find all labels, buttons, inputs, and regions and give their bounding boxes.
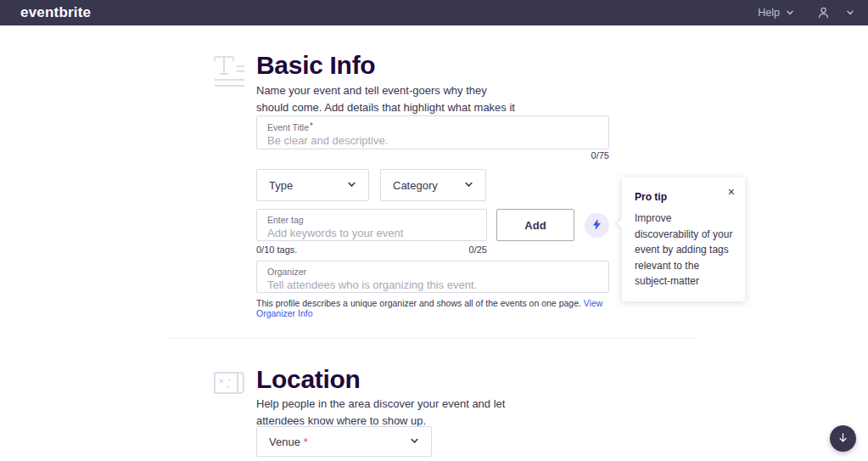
type-select-label: Type bbox=[269, 179, 293, 192]
tag-input-field[interactable]: Enter tag Add keywords to your event bbox=[256, 209, 487, 241]
required-asterisk: * bbox=[310, 121, 313, 131]
pro-tip-popover: × Pro tip Improve discoverability of you… bbox=[622, 177, 745, 301]
tag-input-label: Enter tag bbox=[267, 215, 304, 225]
help-label: Help bbox=[758, 7, 780, 19]
organizer-note: This profile describes a unique organize… bbox=[256, 298, 621, 318]
basic-info-title: Basic Info bbox=[256, 51, 375, 80]
popover-pointer bbox=[617, 218, 628, 229]
event-title-field[interactable]: Event Title* Be clear and descriptive. bbox=[256, 115, 609, 149]
location-description: Help people in the area discover your ev… bbox=[256, 396, 536, 429]
event-title-counter: 0/75 bbox=[256, 150, 609, 160]
tag-char-counter: 0/25 bbox=[256, 245, 487, 255]
event-title-label: Event Title bbox=[267, 122, 309, 132]
category-select[interactable]: Category bbox=[380, 169, 486, 201]
chevron-down-icon bbox=[846, 8, 854, 17]
pro-tip-body: Improve discoverability of your event by… bbox=[635, 211, 733, 290]
location-title: Location bbox=[256, 365, 361, 394]
event-title-placeholder: Be clear and descriptive. bbox=[267, 134, 598, 147]
venue-select-label: Venue bbox=[269, 436, 300, 448]
add-tag-button[interactable]: Add bbox=[496, 209, 574, 241]
chevron-down-icon bbox=[347, 179, 356, 192]
ai-suggest-tags-button[interactable] bbox=[585, 213, 609, 238]
tag-input-placeholder: Add keywords to your event bbox=[267, 227, 476, 239]
location-map-icon bbox=[213, 368, 245, 400]
type-select[interactable]: Type bbox=[256, 169, 369, 201]
user-icon bbox=[816, 6, 831, 20]
required-asterisk: * bbox=[304, 436, 308, 448]
pro-tip-title: Pro tip bbox=[635, 191, 733, 203]
scroll-down-button[interactable] bbox=[830, 425, 856, 452]
top-navbar: eventbrite Help bbox=[0, 0, 868, 25]
chevron-down-icon bbox=[786, 8, 794, 17]
organizer-label: Organizer bbox=[267, 267, 306, 277]
event-create-page: eventbrite Help Basic bbox=[0, 0, 868, 461]
basic-info-text-icon bbox=[212, 54, 246, 92]
category-select-label: Category bbox=[393, 179, 438, 192]
organizer-placeholder: Tell attendees who is organizing this ev… bbox=[267, 278, 598, 291]
eventbrite-logo[interactable]: eventbrite bbox=[20, 4, 91, 21]
organizer-field[interactable]: Organizer Tell attendees who is organizi… bbox=[256, 261, 609, 293]
section-divider bbox=[167, 338, 697, 339]
venue-select[interactable]: Venue* bbox=[256, 426, 432, 457]
chevron-down-icon bbox=[410, 436, 419, 448]
close-icon[interactable]: × bbox=[728, 186, 735, 198]
account-menu[interactable] bbox=[816, 6, 854, 20]
lightning-bolt-icon bbox=[591, 219, 602, 233]
chevron-down-icon bbox=[464, 179, 473, 192]
help-menu[interactable]: Help bbox=[758, 7, 794, 19]
arrow-down-icon bbox=[837, 431, 849, 447]
